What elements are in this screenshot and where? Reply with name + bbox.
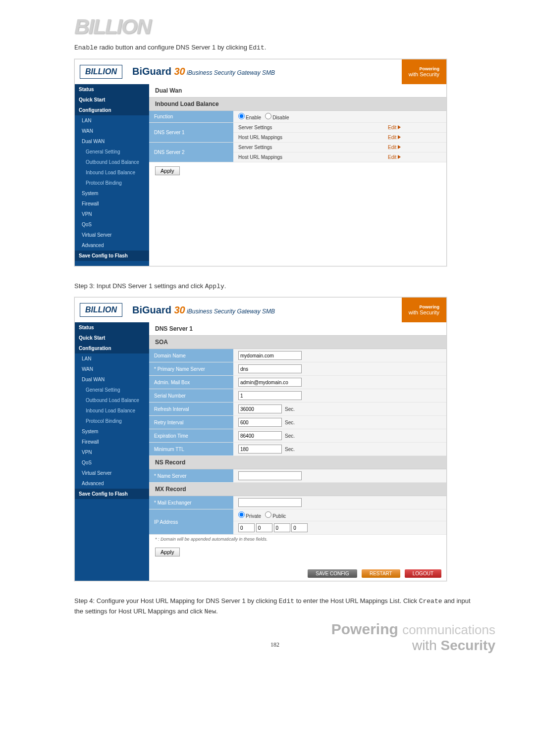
sidebar2-wan[interactable]: WAN	[75, 364, 149, 374]
header-title2: BiGuard 30 iBusiness Security Gateway SM…	[132, 304, 275, 316]
security-text2: with Security	[409, 309, 439, 315]
powering-text: Powering	[409, 66, 439, 71]
sidebar2-dualwan[interactable]: Dual WAN	[75, 374, 149, 385]
dns1-host-edit-link[interactable]: Edit	[388, 135, 401, 140]
sidebar2-outbound[interactable]: Outbound Load Balance	[75, 395, 149, 405]
sidebar-item-system[interactable]: System	[75, 188, 149, 199]
sidebar2-configuration[interactable]: Configuration	[75, 343, 149, 353]
public-radio[interactable]	[265, 511, 271, 518]
ip-octet-1[interactable]	[256, 523, 272, 532]
edit-text: Edit	[388, 125, 396, 130]
logout-button[interactable]: LOGOUT	[405, 569, 441, 578]
ns-input[interactable]	[238, 471, 302, 480]
restart-button[interactable]: RESTART	[362, 569, 400, 578]
security-text: with Security	[409, 71, 439, 77]
dns1-host-url: Host URL Mappings	[233, 132, 383, 142]
dns2-server-edit-link[interactable]: Edit	[388, 145, 401, 150]
minttl-label: Minimum TTL	[149, 443, 233, 456]
sidebar: Status Quick Start Configuration LAN WAN…	[75, 84, 149, 266]
header-title: BiGuard 30 iBusiness Security Gateway SM…	[132, 66, 275, 77]
dns2-host-edit-link[interactable]: Edit	[388, 154, 401, 160]
private-radio[interactable]	[238, 511, 245, 518]
enable-radio-label[interactable]: Enable	[238, 113, 261, 120]
mx-input[interactable]	[238, 498, 302, 507]
sidebar2-firewall[interactable]: Firewall	[75, 437, 149, 447]
serial-input[interactable]	[238, 391, 302, 400]
serial-label: Serial Number	[149, 389, 233, 403]
minttl-input[interactable]	[238, 445, 282, 454]
header-logo: BILLION	[80, 65, 122, 79]
retry-input[interactable]	[238, 418, 282, 427]
primary-ns-label: * Primary Name Server	[149, 362, 233, 376]
sidebar2-quickstart[interactable]: Quick Start	[75, 333, 149, 343]
private-radio-label[interactable]: Private	[238, 511, 261, 519]
domain-name-input[interactable]	[238, 351, 302, 360]
sec-unit4: Sec.	[285, 447, 295, 452]
sidebar-item-saveconfig[interactable]: Save Config to Flash	[75, 251, 149, 261]
apply-button-2[interactable]: Apply	[155, 548, 180, 556]
code-new: New	[205, 608, 216, 615]
sidebar-item-vpn[interactable]: VPN	[75, 209, 149, 219]
step1-mid: radio button and configure DNS Server 1 …	[98, 44, 249, 51]
sidebar2-general[interactable]: General Setting	[75, 385, 149, 395]
step3-text: Step 4: Configure your Host URL Mapping …	[74, 596, 476, 616]
disable-radio[interactable]	[265, 113, 271, 119]
sidebar-item-qos[interactable]: QoS	[75, 219, 149, 230]
ip-octet-0[interactable]	[238, 523, 255, 532]
sidebar2-status[interactable]: Status	[75, 322, 149, 333]
code-edit2: Edit	[279, 598, 294, 605]
sidebar-item-virtualserver[interactable]: Virtual Server	[75, 230, 149, 240]
sec-unit3: Sec.	[285, 433, 295, 439]
enable-radio[interactable]	[238, 113, 245, 119]
ns-record-title: NS Record	[149, 456, 446, 469]
disable-radio-label[interactable]: Disable	[265, 113, 289, 120]
sidebar2-qos[interactable]: QoS	[75, 457, 149, 468]
sidebar-item-general[interactable]: General Setting	[75, 147, 149, 157]
step3-p2: to enter the Host URL Mappings List. Cli…	[294, 597, 419, 605]
sidebar-item-wan[interactable]: WAN	[75, 126, 149, 136]
content-area-1: Dual Wan Inbound Load Balance Function E…	[149, 84, 446, 266]
exp-input[interactable]	[238, 431, 282, 440]
sidebar2-virtualserver[interactable]: Virtual Server	[75, 468, 149, 478]
ip-octet-3[interactable]	[291, 523, 308, 532]
sidebar-item-lan[interactable]: LAN	[75, 115, 149, 126]
sidebar-item-status[interactable]: Status	[75, 84, 149, 95]
sidebar2-protocol[interactable]: Protocol Binding	[75, 416, 149, 426]
sidebar-item-dualwan[interactable]: Dual WAN	[75, 136, 149, 147]
dns1-server-edit-link[interactable]: Edit	[388, 125, 401, 130]
sidebar2-lan[interactable]: LAN	[75, 353, 149, 364]
sidebar2-vpn[interactable]: VPN	[75, 447, 149, 457]
step2-text: Step 3: Input DNS Server 1 settings and …	[74, 281, 476, 292]
disable-text: Disable	[272, 115, 289, 120]
dns2-label: DNS Server 2	[149, 142, 233, 162]
primary-ns-input[interactable]	[238, 364, 302, 373]
sidebar-item-advanced[interactable]: Advanced	[75, 240, 149, 251]
public-radio-label[interactable]: Public	[265, 511, 286, 519]
sidebar-item-inbound[interactable]: Inbound Load Balance	[75, 167, 149, 178]
sidebar-item-quickstart[interactable]: Quick Start	[75, 95, 149, 105]
admin-mail-input[interactable]	[238, 378, 302, 387]
sidebar-item-firewall[interactable]: Firewall	[75, 199, 149, 209]
sidebar-item-protocol[interactable]: Protocol Binding	[75, 178, 149, 188]
sidebar2-saveconfig[interactable]: Save Config to Flash	[75, 489, 149, 499]
dns2-server-settings: Server Settings	[233, 142, 383, 152]
step3-p1: Step 4: Configure your Host URL Mapping …	[74, 597, 279, 605]
ip-label: IP Address	[149, 509, 233, 535]
arrow-icon	[398, 145, 401, 149]
router-ui-1: BILLION BiGuard 30 iBusiness Security Ga…	[74, 59, 447, 266]
header-right-badge2: Powering with Security	[402, 298, 446, 322]
enable-text: Enable	[246, 115, 261, 120]
sidebar2-advanced[interactable]: Advanced	[75, 478, 149, 489]
biguard-num2: 30	[174, 304, 185, 315]
apply-button-1[interactable]: Apply	[155, 166, 180, 175]
sidebar-item-outbound[interactable]: Outbound Load Balance	[75, 157, 149, 167]
sidebar-item-configuration[interactable]: Configuration	[75, 105, 149, 115]
dns1-label: DNS Server 1	[149, 122, 233, 142]
save-config-button[interactable]: SAVE CONFIG	[308, 569, 357, 578]
admin-mail-label: Admin. Mail Box	[149, 376, 233, 389]
sidebar2-system[interactable]: System	[75, 426, 149, 437]
sidebar2-inbound[interactable]: Inbound Load Balance	[75, 405, 149, 416]
ip-octet-2[interactable]	[274, 523, 290, 532]
ui-header2: BILLION BiGuard 30 iBusiness Security Ga…	[75, 298, 446, 322]
refresh-input[interactable]	[238, 404, 282, 413]
